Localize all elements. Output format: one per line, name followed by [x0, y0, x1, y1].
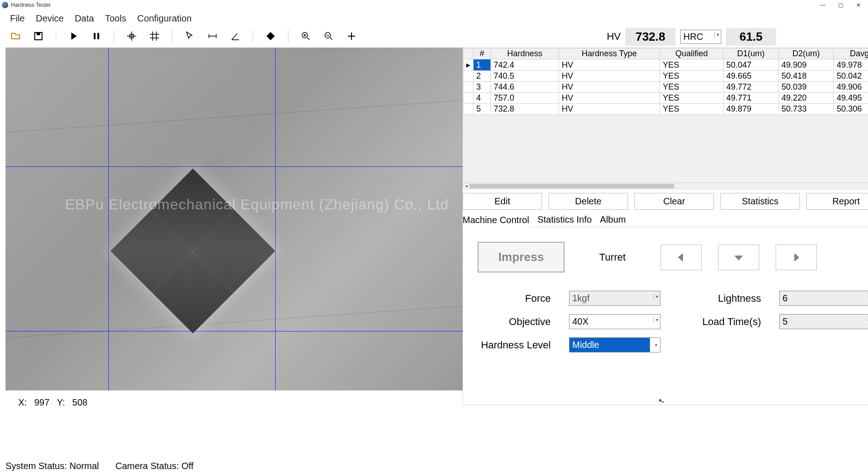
angle-icon[interactable]: [230, 31, 241, 42]
force-label: Force: [478, 293, 551, 304]
loadtime-spinner[interactable]: 5: [779, 314, 868, 329]
pointer-icon[interactable]: [184, 31, 195, 42]
camera-status-label: Camera Status:: [116, 461, 179, 471]
report-button[interactable]: Report: [806, 193, 868, 210]
lightness-label: Lightness: [679, 293, 761, 304]
system-status-label: System Status:: [5, 461, 67, 471]
statistics-button[interactable]: Statistics: [720, 193, 800, 210]
coord-x-value: 997: [34, 397, 49, 408]
indentation-mark: [111, 169, 275, 333]
window-title: Hardness Tester: [11, 2, 51, 8]
turret-left-button[interactable]: [660, 245, 702, 270]
measure-icon[interactable]: [207, 31, 218, 42]
clear-button[interactable]: Clear: [634, 193, 714, 210]
lightness-spinner[interactable]: 6: [779, 291, 868, 306]
table-h-scrollbar[interactable]: ◂ ▸: [463, 182, 868, 189]
machine-control-panel: Impress Turret Force 1kgf Lightness 6 Ob…: [463, 227, 868, 405]
svg-rect-3: [97, 33, 99, 39]
menu-bar: File Device Data Tools Configuration: [0, 10, 868, 27]
data-table[interactable]: # Hardness Hardness Type Qualified D1(um…: [463, 48, 868, 115]
play-icon[interactable]: [68, 31, 79, 42]
minimize-button[interactable]: —: [820, 2, 825, 8]
diamond-icon[interactable]: [265, 31, 276, 42]
tab-machine-control[interactable]: Machine Control: [463, 214, 529, 227]
data-table-panel: # Hardness Hardness Type Qualified D1(um…: [463, 48, 868, 189]
toolbar: [5, 27, 463, 46]
table-row[interactable]: 4757.0HVYES49.77149.22049.495: [463, 93, 868, 104]
turret-label: Turret: [599, 251, 626, 263]
system-status-value: Normal: [69, 461, 99, 471]
zoom-out-icon[interactable]: [323, 31, 334, 42]
force-select[interactable]: 1kgf: [569, 291, 660, 306]
zoom-in-icon[interactable]: [300, 31, 311, 42]
maximize-button[interactable]: ▢: [838, 2, 843, 8]
camera-status-value: Off: [181, 461, 193, 471]
turret-down-button[interactable]: [718, 245, 759, 270]
convert-type-select[interactable]: HRC: [680, 30, 721, 44]
svg-rect-1: [37, 32, 40, 35]
pause-icon[interactable]: [91, 31, 102, 42]
table-row[interactable]: 5732.8HVYES49.87950.73350.306: [463, 104, 868, 115]
save-icon[interactable]: [33, 31, 44, 42]
convert-value: 61.5: [726, 28, 776, 46]
guide-vline-2[interactable]: [275, 48, 276, 390]
coord-y-label: Y:: [57, 397, 65, 408]
impress-button[interactable]: Impress: [478, 242, 564, 272]
loadtime-label: Load Time(s): [679, 316, 761, 328]
plus-icon[interactable]: [346, 31, 357, 42]
app-icon: [2, 2, 8, 8]
close-button[interactable]: ✕: [856, 2, 861, 8]
hardness-level-select[interactable]: Middle: [569, 337, 660, 352]
guide-vline-1[interactable]: [108, 48, 109, 390]
delete-button[interactable]: Delete: [548, 193, 628, 210]
table-header-row: # Hardness Hardness Type Qualified D1(um…: [463, 48, 868, 59]
open-icon[interactable]: [10, 31, 21, 42]
crosshair-center-icon[interactable]: [126, 31, 137, 42]
menu-tools[interactable]: Tools: [105, 13, 127, 24]
image-view[interactable]: EBPu Electromechanical Equipment (Zhejia…: [5, 48, 463, 390]
table-row[interactable]: 3744.6HVYES49.77250.03949.906: [463, 82, 868, 93]
table-row[interactable]: ▸1742.4HVYES50.04749.90949.978: [463, 59, 868, 71]
coord-y-value: 508: [72, 397, 87, 408]
svg-rect-2: [94, 33, 96, 39]
tab-album[interactable]: Album: [600, 213, 626, 227]
objective-label: Objective: [478, 316, 551, 328]
table-row[interactable]: 2740.5HVYES49.66550.41850.042: [463, 71, 868, 82]
coord-x-label: X:: [18, 397, 27, 408]
hv-value: 732.8: [625, 28, 676, 46]
tab-statistics-info[interactable]: Statistics Info: [538, 213, 592, 227]
guide-hline-1[interactable]: [5, 166, 463, 167]
hv-label: HV: [607, 31, 621, 43]
edit-button[interactable]: Edit: [463, 193, 542, 210]
menu-config[interactable]: Configuration: [137, 13, 192, 24]
turret-right-button[interactable]: [776, 245, 817, 270]
grid-icon[interactable]: [149, 31, 160, 42]
menu-file[interactable]: File: [10, 13, 25, 24]
menu-device[interactable]: Device: [36, 13, 64, 24]
hardness-level-label: Hardness Level: [478, 339, 551, 351]
objective-select[interactable]: 40X: [569, 314, 660, 329]
menu-data[interactable]: Data: [75, 13, 94, 24]
